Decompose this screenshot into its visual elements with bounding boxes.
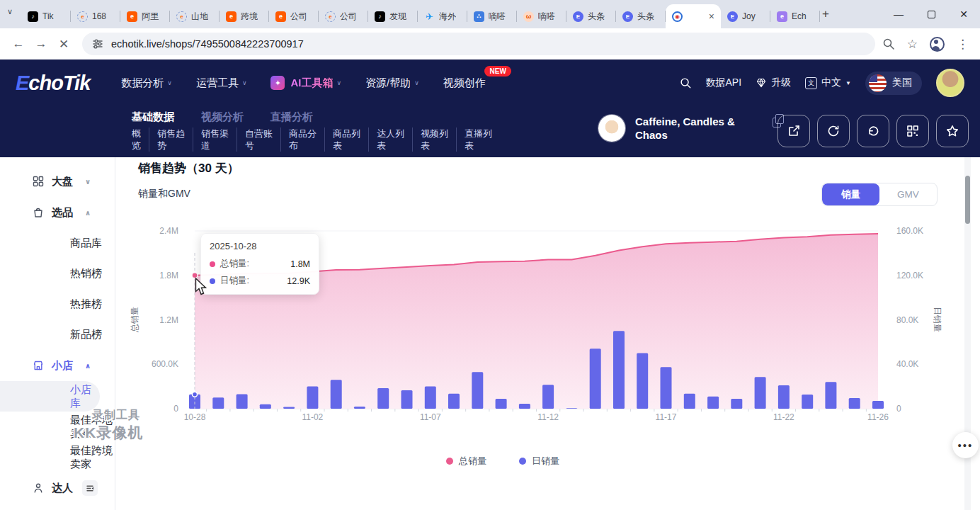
scrollbar-thumb[interactable] bbox=[965, 176, 970, 224]
history-button[interactable] bbox=[857, 115, 889, 147]
refresh-icon bbox=[826, 124, 841, 138]
minimize-button[interactable]: — bbox=[882, 0, 915, 28]
menu-item-3[interactable]: 销售渠 道 bbox=[193, 128, 237, 152]
browser-tab[interactable]: ω嘀嗒 bbox=[517, 4, 566, 28]
sidebar-item-小店[interactable]: 小店∧ bbox=[0, 350, 115, 381]
browser-tab[interactable]: eEch bbox=[770, 4, 820, 28]
menu-item-4[interactable]: 自营账 号 bbox=[237, 128, 281, 152]
toggle-销量[interactable]: 销量 bbox=[822, 183, 879, 205]
menu-item-5[interactable]: 商品分 布 bbox=[281, 128, 325, 152]
forward-button[interactable]: → bbox=[30, 37, 52, 51]
sidebar-item-大盘[interactable]: 大盘∨ bbox=[0, 166, 115, 197]
legend-item-1[interactable]: 总销量 bbox=[446, 455, 486, 468]
page-title: 销售趋势（30 天） bbox=[138, 160, 239, 176]
nav-item-5[interactable]: 视频创作NEW bbox=[443, 76, 486, 90]
browser-tab[interactable]: e公司 bbox=[269, 4, 319, 28]
address-bar[interactable]: echotik.live/shops/7495500842223700917 bbox=[82, 33, 875, 55]
restore-icon bbox=[928, 11, 935, 18]
tab-title: 公司 bbox=[290, 11, 307, 23]
close-window-button[interactable]: ✕ bbox=[947, 0, 980, 28]
echotik-logo[interactable]: EchoTik bbox=[16, 72, 90, 95]
region-selector[interactable]: 美国 bbox=[865, 72, 922, 95]
browser-tab[interactable]: EJoy bbox=[721, 4, 770, 28]
tooltip-series-dot bbox=[210, 278, 215, 284]
sidebar-item-商品库[interactable]: 商品库 bbox=[0, 228, 115, 259]
refresh-button[interactable] bbox=[817, 115, 850, 147]
sidebar-item-label: 选品 bbox=[52, 206, 73, 220]
bookmark-star-icon[interactable]: ☆ bbox=[907, 37, 918, 52]
svg-text:11-22: 11-22 bbox=[773, 412, 794, 422]
menu-item-2[interactable]: 销售趋 势 bbox=[149, 128, 193, 152]
sidebar-item-选品[interactable]: 选品∧ bbox=[0, 197, 115, 228]
search-icon[interactable] bbox=[679, 76, 692, 89]
more-options-button[interactable]: ••• bbox=[952, 432, 979, 458]
menu-item-1[interactable]: 概 览 bbox=[132, 128, 149, 152]
sidebar-item-达人[interactable]: 达人 bbox=[0, 472, 115, 504]
open-external-button[interactable] bbox=[777, 115, 810, 147]
subnav-tab-3[interactable]: 直播分析 bbox=[270, 110, 313, 124]
site-header: EchoTik 数据分析∨运营工具∨✦AI工具箱∨资源/帮助∨视频创作NEW 数… bbox=[0, 60, 980, 157]
stop-loading-button[interactable]: ✕ bbox=[52, 37, 75, 52]
zoom-icon[interactable] bbox=[882, 38, 895, 50]
upgrade-link[interactable]: 升级 bbox=[756, 76, 791, 89]
browser-tab[interactable]: E头条 bbox=[616, 4, 666, 28]
legend-item-2[interactable]: 日销量 bbox=[519, 455, 559, 468]
restore-button[interactable] bbox=[915, 0, 947, 28]
browser-tab[interactable]: e跨境 bbox=[220, 4, 269, 28]
site-settings-icon[interactable] bbox=[92, 38, 103, 50]
sidebar-item-label: 热推榜 bbox=[70, 298, 102, 311]
subnav-tab-1[interactable]: 基础数据 bbox=[132, 110, 174, 124]
user-avatar[interactable] bbox=[936, 69, 964, 97]
sidebar-item-热推榜[interactable]: 热推榜 bbox=[0, 289, 115, 319]
svg-text:总销量: 总销量 bbox=[130, 307, 139, 333]
tab-title: 山地 bbox=[191, 11, 208, 23]
sidebar-item-热销榜[interactable]: 热销榜 bbox=[0, 259, 115, 289]
sidebar-item-最佳跨境卖家[interactable]: 最佳跨境卖家 bbox=[0, 442, 115, 472]
nav-item-3[interactable]: ✦AI工具箱∨ bbox=[270, 76, 341, 90]
mouse-cursor bbox=[195, 278, 207, 296]
profile-avatar-icon[interactable] bbox=[930, 37, 945, 52]
sidebar-item-label: 小店库 bbox=[70, 383, 100, 410]
sidebar-item-label: 大盘 bbox=[52, 175, 73, 188]
chevron-down-icon: ∨ bbox=[242, 79, 247, 86]
recorder-watermark: 录制工具 KK录像机 bbox=[74, 408, 143, 443]
new-tab-button[interactable]: + bbox=[816, 6, 836, 23]
language-selector[interactable]: 文 中文 ▼ bbox=[805, 76, 851, 89]
browser-tab[interactable]: e阿里 bbox=[120, 4, 170, 28]
menu-item-8[interactable]: 视频列 表 bbox=[413, 128, 457, 152]
svg-text:600.0K: 600.0K bbox=[152, 359, 178, 369]
menu-item-9[interactable]: 直播列 表 bbox=[457, 128, 500, 152]
tab-title: 头条 bbox=[637, 11, 654, 23]
toggle-GMV[interactable]: GMV bbox=[879, 183, 937, 205]
browser-tab[interactable]: ♪发现 bbox=[368, 4, 418, 28]
browser-tab-active[interactable]: ◉× bbox=[666, 4, 721, 28]
browser-tab[interactable]: ♪Tik bbox=[21, 4, 71, 28]
nav-item-4[interactable]: 资源/帮助∨ bbox=[365, 76, 419, 90]
browser-tab[interactable]: E头条 bbox=[566, 4, 616, 28]
svg-text:11-07: 11-07 bbox=[420, 412, 441, 422]
browser-menu-icon[interactable]: ⋮ bbox=[957, 37, 969, 52]
nav-item-1[interactable]: 数据分析∨ bbox=[121, 76, 172, 90]
tab-search-chevron-icon[interactable]: ∨ bbox=[7, 7, 13, 16]
favorite-button[interactable] bbox=[936, 115, 969, 147]
collapse-icon bbox=[86, 484, 94, 492]
subnav-tab-2[interactable]: 视频分析 bbox=[201, 110, 244, 124]
data-api-link[interactable]: 数据API bbox=[706, 76, 742, 89]
browser-tab[interactable]: ✈海外 bbox=[418, 4, 467, 28]
tab-title: 头条 bbox=[588, 11, 605, 23]
nav-item-2[interactable]: 运营工具∨ bbox=[196, 76, 247, 90]
menu-item-7[interactable]: 达人列 表 bbox=[369, 128, 413, 152]
browser-tab[interactable]: e山地 bbox=[170, 4, 220, 28]
tab-close-icon[interactable]: × bbox=[709, 11, 714, 21]
shop-name: Caffeine, Candles & Chaos bbox=[635, 115, 741, 142]
chevron-down-icon: ∨ bbox=[336, 79, 341, 86]
sidebar-item-小店库[interactable]: 小店库 bbox=[0, 381, 100, 412]
qr-code-button[interactable] bbox=[896, 115, 929, 147]
sidebar-item-新品榜[interactable]: 新品榜 bbox=[0, 319, 115, 350]
collapse-sidebar-button[interactable] bbox=[82, 480, 98, 496]
browser-tab[interactable]: e公司 bbox=[319, 4, 368, 28]
browser-tab[interactable]: e168 bbox=[71, 4, 120, 28]
menu-item-6[interactable]: 商品列 表 bbox=[325, 128, 369, 152]
back-button[interactable]: ← bbox=[7, 37, 30, 51]
browser-tab[interactable]: ∴嘀嗒 bbox=[467, 4, 517, 28]
